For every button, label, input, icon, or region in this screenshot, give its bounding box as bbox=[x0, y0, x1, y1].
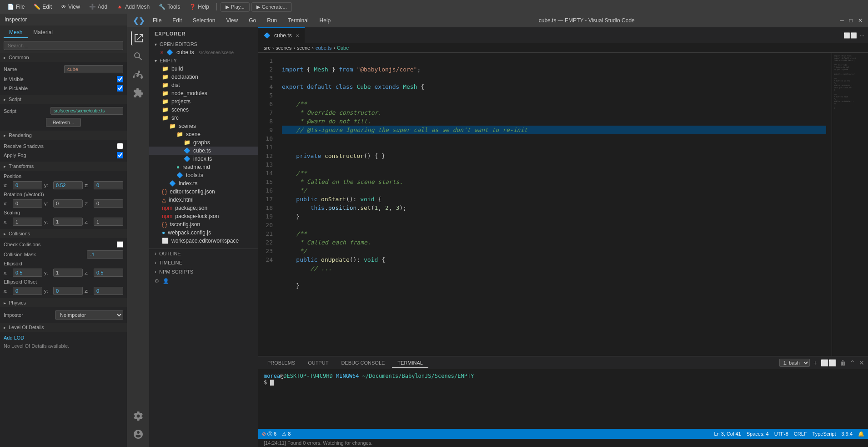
more-actions-icon[interactable]: ··· bbox=[860, 32, 864, 39]
tab-debug-console[interactable]: DEBUG CONSOLE bbox=[336, 358, 390, 367]
elo-y-input[interactable] bbox=[53, 287, 83, 295]
breadcrumb-file[interactable]: cube.ts bbox=[316, 45, 331, 51]
section-script[interactable]: Script bbox=[0, 95, 127, 104]
tree-item-tsconfig[interactable]: { } tsconfig.json bbox=[149, 220, 258, 229]
close-button[interactable]: ✕ bbox=[858, 17, 863, 24]
ell-x-input[interactable] bbox=[13, 269, 42, 277]
language-mode[interactable]: TypeScript bbox=[813, 431, 836, 437]
help-menu[interactable]: ❓ Help bbox=[186, 3, 213, 11]
explorer-icon[interactable] bbox=[131, 31, 146, 46]
run-menu-vs[interactable]: Run bbox=[264, 16, 280, 25]
is-visible-checkbox[interactable] bbox=[117, 76, 123, 82]
new-terminal-button[interactable]: + bbox=[813, 359, 817, 366]
terminal-menu-vs[interactable]: Terminal bbox=[285, 16, 311, 25]
tab-terminal[interactable]: TERMINAL bbox=[392, 358, 428, 368]
ell-y-input[interactable] bbox=[53, 269, 83, 277]
settings-cog-icon[interactable]: ⚙ bbox=[155, 278, 159, 284]
tree-item-package-json[interactable]: npm package.json bbox=[149, 204, 258, 212]
elo-x-input[interactable] bbox=[13, 287, 42, 295]
tab-cube-ts[interactable]: 🔷 cube.ts ✕ bbox=[258, 27, 305, 43]
rot-x-input[interactable] bbox=[13, 199, 42, 208]
edit-menu[interactable]: ✏️ Edit bbox=[30, 3, 55, 11]
spaces[interactable]: Spaces: 4 bbox=[747, 431, 769, 437]
pos-y-input[interactable] bbox=[53, 181, 83, 189]
settings-icon[interactable] bbox=[131, 409, 146, 423]
error-count[interactable]: ⊘ ⓪ 6 bbox=[262, 431, 276, 437]
terminal-shell-select[interactable]: 1: bash bbox=[779, 359, 810, 367]
extensions-icon[interactable] bbox=[131, 86, 146, 100]
close-terminal-button[interactable]: ✕ bbox=[859, 359, 864, 366]
empty-section[interactable]: EMPTY bbox=[149, 56, 258, 65]
split-terminal-button[interactable]: ⬜⬜ bbox=[821, 359, 836, 366]
view-menu[interactable]: 👁 View bbox=[57, 3, 84, 11]
encoding[interactable]: UTF-8 bbox=[774, 431, 788, 437]
tree-item-workspace[interactable]: ⬜ workspace.editorworkspace bbox=[149, 237, 258, 245]
split-editor-icon[interactable]: ⬜⬜ bbox=[843, 32, 857, 39]
play-button[interactable]: ▶ Play... bbox=[221, 2, 250, 12]
rot-y-input[interactable] bbox=[53, 199, 83, 208]
outline-section[interactable]: OUTLINE bbox=[149, 249, 258, 258]
account-icon-bottom[interactable]: 👤 bbox=[163, 278, 169, 284]
maximize-button[interactable]: □ bbox=[849, 17, 853, 24]
section-lod[interactable]: Level Of Details bbox=[0, 323, 127, 332]
terminal-body[interactable]: morea@DESKTOP-T94C9HD MINGW64 ~/Document… bbox=[258, 369, 868, 429]
tree-item-tools[interactable]: 🔷 tools.ts bbox=[149, 171, 258, 179]
elo-z-input[interactable] bbox=[94, 287, 123, 295]
go-menu-vs[interactable]: Go bbox=[246, 16, 259, 25]
breadcrumb-scenes[interactable]: scenes bbox=[276, 45, 291, 51]
collision-mask-input[interactable] bbox=[87, 250, 123, 259]
tree-item-graphs[interactable]: 📁 graphs bbox=[149, 138, 258, 147]
tab-output[interactable]: OUTPUT bbox=[302, 358, 334, 367]
pos-x-input[interactable] bbox=[13, 181, 42, 189]
tree-item-dist[interactable]: 📁 dist bbox=[149, 81, 258, 89]
section-common[interactable]: Common bbox=[0, 53, 127, 62]
tree-item-index-ts-scene[interactable]: 🔷 index.ts bbox=[149, 155, 258, 163]
ln-col[interactable]: Ln 3, Col 41 bbox=[714, 431, 741, 437]
search-input[interactable] bbox=[4, 41, 123, 50]
add-mesh-menu[interactable]: 🔺 Add Mesh bbox=[113, 3, 153, 11]
is-pickable-checkbox[interactable] bbox=[117, 85, 123, 91]
impostor-select[interactable]: NoImpostor SphereImpostor BoxImpostor bbox=[55, 310, 123, 320]
breadcrumb-class[interactable]: Cube bbox=[337, 45, 349, 51]
pos-z-input[interactable] bbox=[94, 181, 123, 189]
tree-item-cube-ts[interactable]: 🔷 cube.ts bbox=[149, 147, 258, 155]
source-control-icon[interactable] bbox=[131, 67, 146, 82]
tree-item-projects[interactable]: 📁 projects bbox=[149, 97, 258, 106]
tree-item-src[interactable]: 📁 src bbox=[149, 114, 258, 122]
tree-item-package-lock[interactable]: npm package-lock.json bbox=[149, 212, 258, 220]
view-menu-vs[interactable]: View bbox=[223, 16, 241, 25]
code-editor[interactable]: 1234 5678 9101112 13141516 17181920 2122… bbox=[258, 53, 868, 356]
tree-item-editor-tsconfig[interactable]: { } editor.tsconfig.json bbox=[149, 188, 258, 196]
name-input[interactable] bbox=[64, 65, 123, 73]
generate-button[interactable]: ▶ Generate... bbox=[251, 2, 292, 12]
tree-item-webpack[interactable]: ● webpack.config.js bbox=[149, 229, 258, 237]
line-ending[interactable]: CRLF bbox=[794, 431, 807, 437]
notifications-icon[interactable]: 🔔 bbox=[858, 431, 864, 437]
tab-problems[interactable]: PROBLEMS bbox=[262, 358, 301, 367]
tree-item-build[interactable]: 📁 build bbox=[149, 65, 258, 73]
warning-count[interactable]: ⚠ 8 bbox=[282, 431, 291, 437]
tree-item-index-html[interactable]: △ index.html bbox=[149, 196, 258, 204]
file-menu-vs[interactable]: File bbox=[150, 16, 164, 25]
tree-item-declaration[interactable]: 📁 declaration bbox=[149, 73, 258, 81]
help-menu-vs[interactable]: Help bbox=[317, 16, 334, 25]
section-physics[interactable]: Physics bbox=[0, 298, 127, 307]
section-collisions[interactable]: Collisions bbox=[0, 229, 127, 238]
tree-item-scenes-src[interactable]: 📁 scenes bbox=[149, 122, 258, 130]
open-editor-cube[interactable]: ✕ 🔷 cube.ts src/scenes/scene bbox=[149, 48, 258, 56]
apply-fog-checkbox[interactable] bbox=[117, 152, 123, 158]
tools-menu[interactable]: 🔧 Tools bbox=[155, 3, 184, 11]
expand-terminal-button[interactable]: ⌃ bbox=[850, 359, 855, 366]
npm-scripts-section[interactable]: NPM SCRIPTS bbox=[149, 267, 258, 276]
tab-close-button[interactable]: ✕ bbox=[296, 33, 299, 38]
avatar-icon[interactable] bbox=[131, 427, 146, 442]
scale-x-input[interactable] bbox=[13, 218, 42, 226]
check-collisions-checkbox[interactable] bbox=[117, 241, 123, 248]
trash-terminal-button[interactable]: 🗑 bbox=[840, 359, 846, 366]
add-lod-button[interactable]: Add LOD bbox=[4, 334, 24, 342]
breadcrumb-src[interactable]: src bbox=[264, 45, 271, 51]
receive-shadows-checkbox[interactable] bbox=[117, 143, 123, 149]
tab-mesh[interactable]: Mesh bbox=[4, 27, 28, 38]
scale-z-input[interactable] bbox=[94, 218, 123, 226]
tree-item-scene[interactable]: 📁 scene bbox=[149, 130, 258, 138]
